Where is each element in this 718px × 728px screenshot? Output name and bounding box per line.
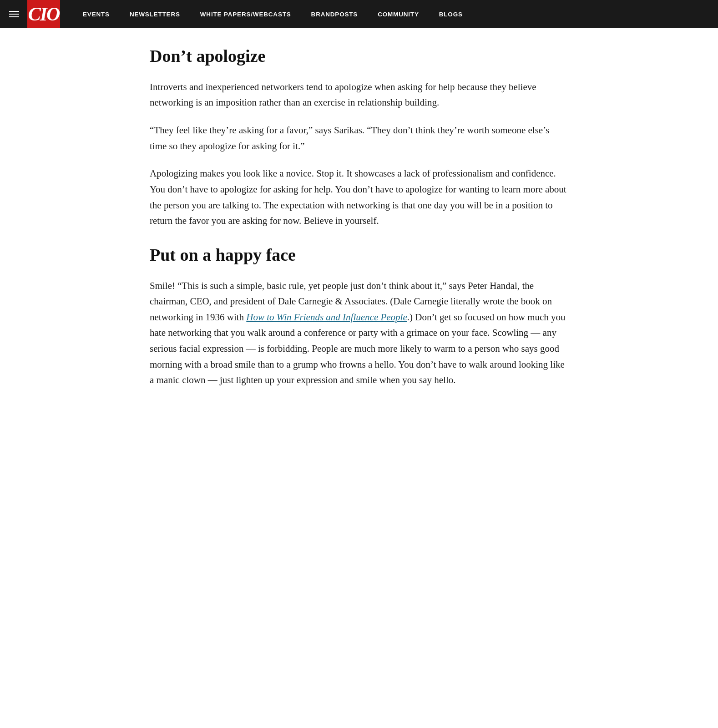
nav-item-newsletters[interactable]: NEWSLETTERS [120,0,190,28]
nav-item-white-papers[interactable]: WHITE PAPERS/WEBCASTS [190,0,301,28]
section-heading-dont-apologize: Don’t apologize [150,46,568,66]
navigation: CIO EVENTS NEWSLETTERS WHITE PAPERS/WEBC… [0,0,718,28]
paragraph-1-3: Apologizing makes you look like a novice… [150,166,568,229]
book-link[interactable]: How to Win Friends and Influence People [246,312,407,323]
paragraph-1-1: Introverts and inexperienced networkers … [150,79,568,111]
paragraph-2-1: Smile! “This is such a simple, basic rul… [150,278,568,388]
section-dont-apologize: Don’t apologize Introverts and inexperie… [150,46,568,229]
section-heading-happy-face: Put on a happy face [150,245,568,265]
site-logo[interactable]: CIO [27,0,60,28]
nav-item-brandposts[interactable]: BRANDPOSTS [301,0,368,28]
section-happy-face: Put on a happy face Smile! “This is such… [150,245,568,388]
paragraph-1-2: “They feel like they’re asking for a fav… [150,122,568,154]
nav-item-blogs[interactable]: BLOGS [429,0,473,28]
article-content: Don’t apologize Introverts and inexperie… [141,28,577,432]
hamburger-menu[interactable] [9,11,19,17]
nav-item-events[interactable]: EVENTS [73,0,120,28]
nav-item-community[interactable]: COMMUNITY [368,0,429,28]
nav-menu: EVENTS NEWSLETTERS WHITE PAPERS/WEBCASTS… [73,0,473,28]
